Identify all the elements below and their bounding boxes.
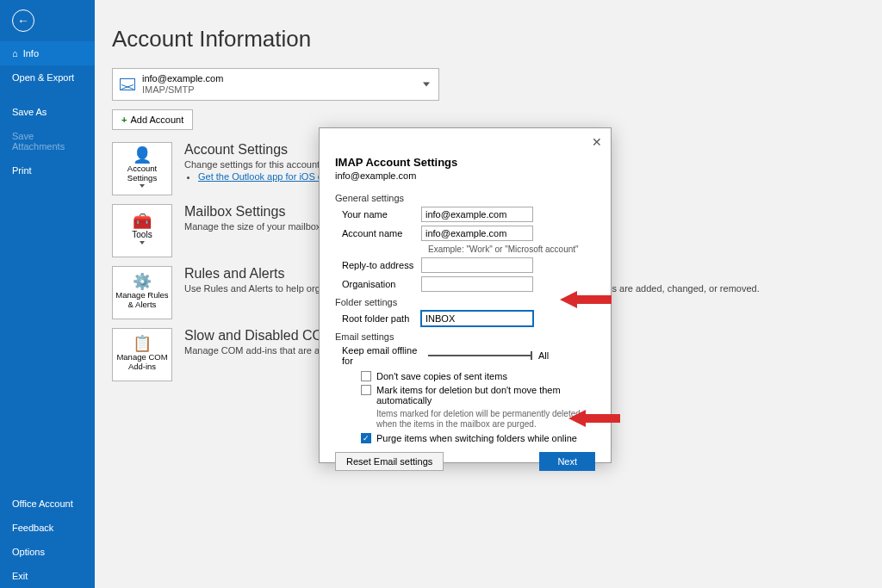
home-icon: ⌂ (12, 48, 18, 59)
page-title: Account Information (112, 26, 865, 53)
label-reply-to: Reply-to address (335, 260, 421, 270)
note-mark-delete: Items marked for deletion will be perman… (335, 409, 595, 430)
nav-info[interactable]: ⌂Info (0, 41, 95, 65)
tile-account-settings[interactable]: 👤Account Settings (112, 142, 172, 195)
backstage-sidebar: ← ⌂Info Open & Export Save As Save Attac… (0, 0, 95, 588)
input-organisation[interactable] (421, 276, 533, 292)
label-your-name: Your name (335, 209, 421, 220)
nav-office-account[interactable]: Office Account (0, 492, 95, 516)
input-account-name[interactable] (421, 226, 533, 241)
label-dont-save: Don't save copies of sent items (376, 371, 507, 381)
svg-marker-5 (568, 410, 620, 427)
tile-com-addins[interactable]: 📋Manage COM Add-ins (112, 328, 172, 381)
back-button[interactable]: ← (0, 0, 95, 41)
account-protocol: IMAP/SMTP (142, 84, 223, 96)
annotation-arrow (560, 289, 612, 310)
checkbox-mark-delete[interactable] (361, 385, 371, 395)
toolbox-icon: 🧰 (133, 217, 152, 226)
label-mark-delete: Mark items for deletion but don't move t… (376, 385, 595, 405)
slider-keep-offline[interactable] (428, 355, 531, 356)
checkbox-dont-save[interactable] (361, 371, 371, 381)
tile-rules[interactable]: ⚙️Manage Rules & Alerts (112, 266, 172, 319)
label-root-folder: Root folder path (335, 313, 421, 324)
checkbox-purge[interactable]: ✓ (361, 433, 371, 443)
input-root-folder[interactable] (421, 311, 533, 326)
plus-icon: + (121, 115, 127, 125)
chevron-down-icon (140, 241, 145, 244)
nav-feedback[interactable]: Feedback (0, 516, 95, 540)
mail-icon (120, 78, 135, 90)
reset-email-button[interactable]: Reset Email settings (335, 452, 444, 471)
label-account-name: Account name (335, 228, 421, 238)
nav-exit[interactable]: Exit (0, 564, 95, 588)
user-icon: 👤 (133, 151, 152, 160)
chevron-down-icon (140, 184, 145, 188)
chevron-down-icon (423, 83, 430, 87)
group-folder: Folder settings (335, 297, 595, 307)
rules-icon: ⚙️ (133, 277, 152, 287)
nav-save-attachments: Save Attachments (0, 124, 95, 158)
label-keep-offline: Keep email offline for (335, 345, 428, 366)
annotation-arrow (568, 408, 620, 429)
nav-options[interactable]: Options (0, 540, 95, 564)
tile-tools[interactable]: 🧰Tools (112, 204, 172, 257)
account-email: info@example.com (142, 73, 223, 84)
dialog-close-button[interactable]: ✕ (592, 135, 602, 149)
addin-icon: 📋 (133, 339, 152, 349)
nav-save-as[interactable]: Save As (0, 100, 95, 124)
input-your-name[interactable] (421, 207, 533, 222)
label-purge: Purge items when switching folders while… (376, 433, 577, 443)
input-reply-to[interactable] (421, 257, 533, 273)
group-general: General settings (335, 193, 595, 203)
group-email-settings: Email settings (335, 331, 595, 342)
nav-open-export[interactable]: Open & Export (0, 65, 95, 90)
label-organisation: Organisation (335, 279, 421, 289)
account-selector[interactable]: info@example.com IMAP/SMTP (112, 68, 439, 101)
dialog-title: IMAP Account Settings (335, 156, 595, 169)
back-arrow-icon: ← (12, 9, 34, 32)
add-account-button[interactable]: +Add Account (112, 109, 193, 130)
next-button[interactable]: Next (539, 452, 595, 471)
account-name-hint: Example: "Work" or "Microsoft account" (428, 244, 595, 254)
dialog-email: info@example.com (335, 170, 595, 181)
svg-marker-4 (560, 291, 612, 308)
nav-print[interactable]: Print (0, 158, 95, 183)
slider-value: All (538, 350, 549, 361)
